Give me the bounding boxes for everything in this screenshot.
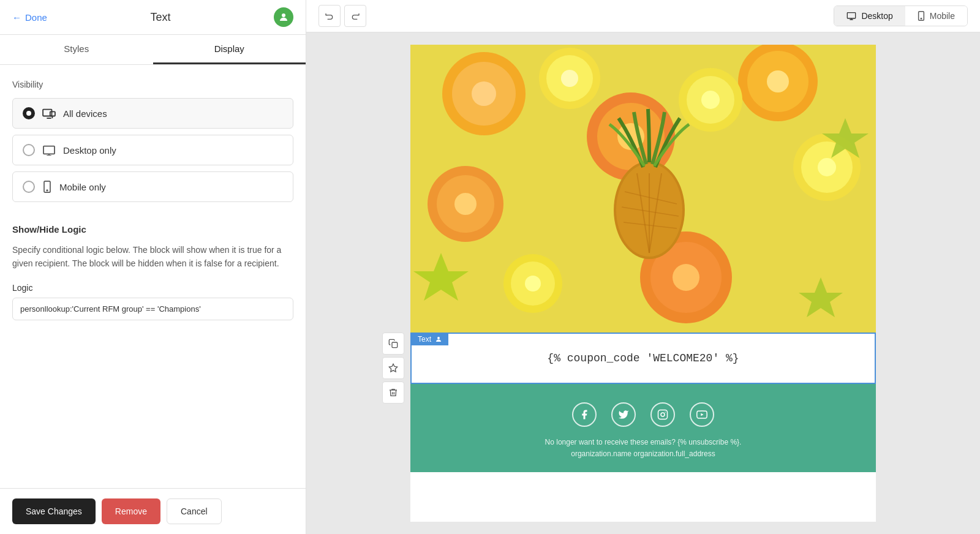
toolbar-actions [318, 5, 366, 27]
radio-all-devices [23, 107, 35, 119]
facebook-icon [572, 402, 597, 427]
redo-button[interactable] [344, 5, 366, 27]
footer-section: No longer want to receive these emails? … [410, 384, 876, 472]
fruit-image-section [410, 45, 876, 333]
svg-point-36 [525, 276, 541, 291]
svg-rect-6 [848, 13, 856, 18]
radio-desktop-only [23, 144, 35, 156]
logic-input[interactable] [12, 298, 293, 320]
fruit-illustration [410, 45, 876, 333]
mobile-icon [42, 181, 52, 193]
youtube-icon [690, 402, 714, 427]
desktop-icon [42, 145, 56, 156]
option-all-devices-label: All devices [63, 108, 107, 119]
text-block[interactable]: Text {% coupon_code 'WELCOME20' %} [410, 333, 876, 384]
svg-point-12 [472, 81, 496, 106]
svg-point-24 [701, 91, 720, 109]
svg-point-39 [454, 193, 477, 215]
option-all-devices[interactable]: All devices [12, 98, 293, 129]
svg-point-27 [818, 158, 836, 176]
tab-styles[interactable]: Styles [0, 35, 153, 64]
panel-footer: Save Changes Remove Cancel [0, 488, 306, 534]
right-toolbar: Desktop Mobile [306, 0, 980, 32]
visibility-label: Visibility [12, 80, 293, 89]
svg-point-21 [561, 70, 578, 87]
text-block-badge: Text [412, 333, 448, 345]
desktop-view-button[interactable]: Desktop [834, 6, 905, 26]
undo-button[interactable] [318, 5, 341, 27]
svg-point-52 [661, 413, 665, 416]
star-tool-button[interactable] [382, 357, 404, 379]
option-desktop-label: Desktop only [63, 145, 116, 156]
svg-rect-3 [43, 146, 55, 154]
cancel-button[interactable]: Cancel [167, 498, 222, 524]
svg-rect-2 [50, 111, 55, 116]
tabs: Styles Display [0, 35, 306, 65]
footer-unsubscribe-text: No longer want to receive these emails? … [435, 437, 851, 460]
canvas-area: Text {% coupon_code 'WELCOME20' %} [306, 32, 980, 534]
email-preview: Text {% coupon_code 'WELCOME20' %} [410, 45, 876, 522]
svg-point-8 [921, 18, 921, 19]
social-icons [435, 402, 851, 427]
svg-point-5 [47, 190, 48, 191]
svg-marker-54 [701, 413, 703, 416]
back-button[interactable]: ← Done [12, 12, 47, 23]
coupon-code-text: {% coupon_code 'WELCOME20' %} [547, 352, 739, 364]
svg-rect-48 [392, 342, 398, 348]
option-mobile-only[interactable]: Mobile only [12, 171, 293, 202]
back-label: Done [25, 12, 47, 23]
left-panel: ← Done Text Styles Display Visibility [0, 0, 306, 534]
twitter-icon [611, 402, 636, 427]
instagram-icon [650, 402, 675, 427]
text-block-container: Text {% coupon_code 'WELCOME20' %} [410, 333, 876, 384]
right-panel: Desktop Mobile [306, 0, 980, 534]
panel-title: Text [150, 11, 170, 24]
panel-body: Visibility All devices [0, 65, 306, 488]
mobile-view-button[interactable]: Mobile [905, 6, 967, 26]
side-tools [382, 333, 404, 404]
person-icon [435, 336, 442, 343]
logic-section-title: Show/Hide Logic [12, 224, 293, 235]
top-bar: ← Done Text [0, 0, 306, 35]
option-mobile-label: Mobile only [59, 182, 106, 192]
duplicate-tool-button[interactable] [382, 333, 404, 355]
svg-marker-49 [389, 364, 397, 372]
delete-tool-button[interactable] [382, 382, 404, 404]
save-button[interactable]: Save Changes [12, 498, 96, 524]
logic-description: Specify conditional logic below. The blo… [12, 243, 293, 271]
visibility-options: All devices Desktop only Mobile only [12, 98, 293, 202]
remove-button[interactable]: Remove [102, 498, 160, 524]
svg-point-0 [282, 13, 285, 17]
logic-label: Logic [12, 283, 293, 293]
all-devices-icon [42, 108, 56, 119]
svg-point-50 [437, 337, 440, 339]
radio-mobile-only [23, 181, 35, 193]
svg-point-33 [673, 264, 699, 291]
view-toggle: Desktop Mobile [834, 6, 968, 26]
svg-point-53 [665, 412, 666, 413]
avatar [274, 7, 293, 27]
back-arrow-icon: ← [12, 12, 21, 23]
option-desktop-only[interactable]: Desktop only [12, 135, 293, 165]
svg-rect-51 [658, 410, 668, 419]
svg-point-18 [767, 70, 789, 92]
tab-display[interactable]: Display [153, 35, 306, 64]
